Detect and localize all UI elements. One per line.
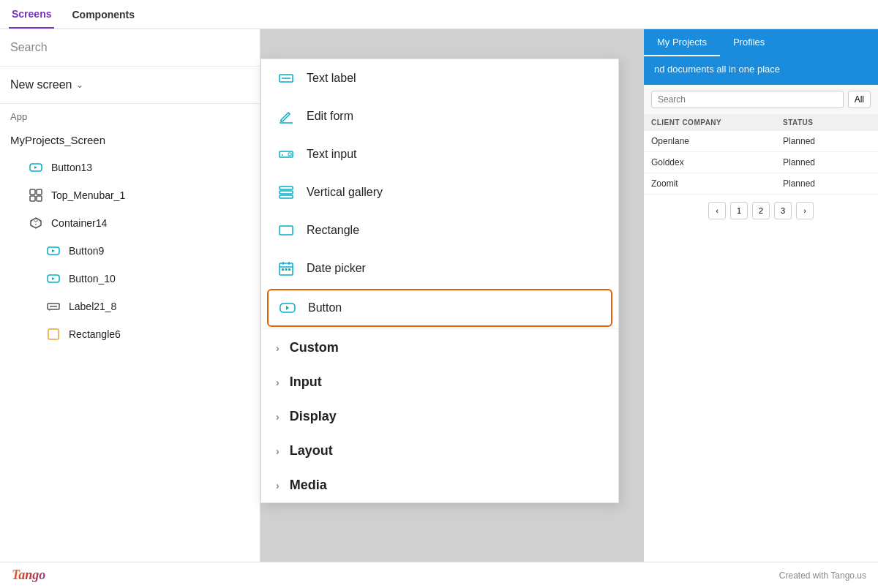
sidebar-item-top-menubar[interactable]: Top_Menubar_1 xyxy=(0,181,260,209)
component-dropdown: Text label Edit form Text xyxy=(260,59,619,503)
sidebar-item-button10[interactable]: Button_10 xyxy=(0,265,260,293)
dropdown-label-rectangle: Rectangle xyxy=(307,224,359,237)
dropdown-label-textinput: Text input xyxy=(307,148,356,161)
chevron-right-icon-5: › xyxy=(276,480,279,491)
svg-rect-2 xyxy=(37,189,42,195)
preview-tabs: My Projects Profiles xyxy=(644,29,878,56)
dropdown-item-button[interactable]: Button xyxy=(267,289,612,327)
label-rectangle6: Rectangle6 xyxy=(69,328,121,340)
label-top-menubar: Top_Menubar_1 xyxy=(51,189,125,201)
preview-inner: My Projects Profiles nd documents all in… xyxy=(644,29,878,562)
page-1-button[interactable]: 1 xyxy=(730,202,748,219)
dropdown-item-editform[interactable]: Edit form xyxy=(261,97,618,135)
prev-page-button[interactable]: ‹ xyxy=(708,202,726,219)
preview-tab-profiles[interactable]: Profiles xyxy=(720,29,778,56)
svg-rect-23 xyxy=(282,268,284,271)
preview-search-input[interactable] xyxy=(651,91,844,108)
screen-item-myprojects[interactable]: MyProjects_Screen xyxy=(0,127,260,154)
sidebar-item-button13[interactable]: Button13 xyxy=(0,154,260,181)
new-screen-button[interactable]: New screen ⌄ xyxy=(0,67,260,104)
svg-rect-24 xyxy=(285,268,288,271)
chevron-down-icon: ⌄ xyxy=(76,80,83,90)
svg-rect-15 xyxy=(279,186,293,189)
dropdown-label-editform: Edit form xyxy=(307,110,353,123)
edit-form-icon xyxy=(276,106,296,127)
chevron-right-icon-4: › xyxy=(276,445,279,457)
label-button9: Button9 xyxy=(69,245,104,257)
svg-rect-3 xyxy=(30,196,35,201)
sidebar: Search New screen ⌄ App MyProjects_Scree… xyxy=(0,29,260,562)
date-picker-icon xyxy=(276,258,296,279)
text-label-icon xyxy=(276,68,296,88)
rectangle-icon xyxy=(276,220,296,241)
svg-rect-4 xyxy=(37,196,42,201)
vertical-gallery-icon xyxy=(276,182,296,203)
company-zoomit: Zoomit xyxy=(651,178,783,189)
svg-rect-16 xyxy=(279,191,293,194)
label-label218: Label21_8 xyxy=(69,301,116,312)
svg-rect-18 xyxy=(279,226,293,235)
dropdown-item-textlabel[interactable]: Text label xyxy=(261,59,618,97)
cube-icon xyxy=(28,215,44,231)
table-row: Golddex Planned xyxy=(644,152,878,173)
preview-header: nd documents all in one place xyxy=(644,56,878,85)
label-icon xyxy=(45,298,61,314)
chevron-right-icon-2: › xyxy=(276,377,279,388)
page-2-button[interactable]: 2 xyxy=(752,202,770,219)
chevron-right-icon-3: › xyxy=(276,411,279,423)
group-label-layout: Layout xyxy=(290,443,333,459)
status-golddex: Planned xyxy=(783,157,871,167)
dropdown-group-custom[interactable]: › Custom xyxy=(261,331,618,365)
col-header-company: CLIENT COMPANY xyxy=(651,118,783,127)
search-input[interactable]: Search xyxy=(0,29,260,67)
svg-rect-17 xyxy=(279,195,293,198)
new-screen-label: New screen xyxy=(10,78,72,91)
sidebar-item-container14[interactable]: Container14 xyxy=(0,209,260,237)
status-zoomit: Planned xyxy=(783,178,871,189)
dropdown-label-textlabel: Text label xyxy=(307,72,356,85)
top-bar: Screens Components xyxy=(0,0,878,29)
company-golddex: Golddex xyxy=(651,157,783,167)
label-button13: Button13 xyxy=(51,162,92,173)
dropdown-item-datepicker[interactable]: Date picker xyxy=(261,249,618,287)
group-label-media: Media xyxy=(290,478,327,493)
sidebar-item-rectangle6[interactable]: Rectangle6 xyxy=(0,320,260,348)
svg-rect-1 xyxy=(30,189,35,195)
svg-rect-25 xyxy=(288,268,290,271)
dropdown-item-textinput[interactable]: Text input xyxy=(261,135,618,173)
sidebar-item-label218[interactable]: Label21_8 xyxy=(0,293,260,320)
preview-tab-myprojects[interactable]: My Projects xyxy=(644,29,720,56)
next-page-button[interactable]: › xyxy=(796,202,814,219)
company-openlane: Openlane xyxy=(651,136,783,146)
page-3-button[interactable]: 3 xyxy=(774,202,792,219)
col-header-status: STATUS xyxy=(783,118,871,127)
dropdown-group-input[interactable]: › Input xyxy=(261,365,618,399)
preview-header-text: nd documents all in one place xyxy=(654,64,780,75)
tab-screens[interactable]: Screens xyxy=(9,0,54,29)
group-label-input: Input xyxy=(290,374,322,390)
dropdown-group-media[interactable]: › Media xyxy=(261,468,618,502)
button10-icon xyxy=(45,271,61,287)
tab-components[interactable]: Components xyxy=(69,0,138,29)
button-icon xyxy=(28,159,44,176)
tango-logo: Tango xyxy=(12,568,45,583)
preview-pagination: ‹ 1 2 3 › xyxy=(644,195,878,227)
svg-rect-14 xyxy=(288,153,291,156)
dropdown-group-layout[interactable]: › Layout xyxy=(261,434,618,468)
button-component-icon xyxy=(277,298,298,318)
bottom-bar: Tango Created with Tango.us xyxy=(0,562,878,588)
screen-item-label: MyProjects_Screen xyxy=(10,134,105,146)
dropdown-label-button: Button xyxy=(308,301,342,314)
main-area: Search New screen ⌄ App MyProjects_Scree… xyxy=(0,29,878,562)
chevron-right-icon: › xyxy=(276,342,279,354)
sidebar-item-button9[interactable]: Button9 xyxy=(0,237,260,265)
group-label-custom: Custom xyxy=(290,340,339,355)
dropdown-item-verticalgallery[interactable]: Vertical gallery xyxy=(261,173,618,211)
dropdown-group-display[interactable]: › Display xyxy=(261,399,618,434)
button9-icon xyxy=(45,243,61,259)
section-app-label: App xyxy=(0,104,260,127)
preview-all-btn[interactable]: All xyxy=(848,91,871,108)
preview-table-header: CLIENT COMPANY STATUS xyxy=(644,114,878,131)
label-button10: Button_10 xyxy=(69,273,116,284)
dropdown-item-rectangle[interactable]: Rectangle xyxy=(261,211,618,249)
